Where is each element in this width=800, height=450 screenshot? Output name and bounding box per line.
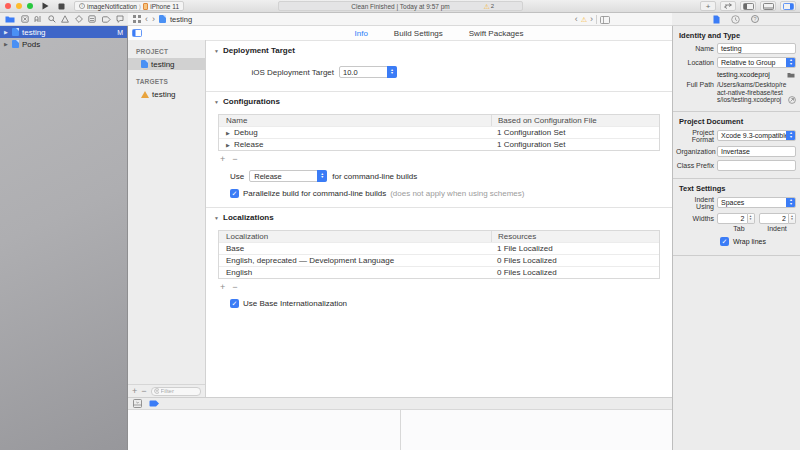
tab-report-navigator[interactable] xyxy=(116,15,124,23)
tab-issue-navigator[interactable] xyxy=(61,15,69,23)
close-button[interactable] xyxy=(5,3,11,9)
next-issue-button[interactable]: › xyxy=(590,15,593,24)
hide-sidebar-icon[interactable] xyxy=(132,29,142,37)
stop-button[interactable] xyxy=(58,3,65,10)
project-format-popup[interactable]: Xcode 9.3-compatible ▲▼ xyxy=(717,130,796,141)
base-internationalization-label: Use Base Internationalization xyxy=(243,299,347,308)
remove-localization-button[interactable]: − xyxy=(232,283,237,292)
disclosure-triangle-icon[interactable]: ▼ xyxy=(214,99,219,105)
tab-width-value[interactable]: 2 xyxy=(717,213,748,224)
add-target-button[interactable]: + xyxy=(132,387,137,396)
add-localization-button[interactable]: + xyxy=(220,283,225,292)
ios-deployment-target-combobox[interactable]: 10.0 ▲▼ xyxy=(339,66,397,78)
deployment-target-row: iOS Deployment Target 10.0 ▲▼ xyxy=(206,66,672,78)
tab-info[interactable]: Info xyxy=(355,29,368,38)
tab-file-inspector[interactable] xyxy=(713,15,720,24)
toggle-debug-area-button[interactable] xyxy=(760,1,776,11)
breakpoints-toggle-icon[interactable] xyxy=(149,400,160,407)
navigator-row-testing[interactable]: ▶ testing M xyxy=(0,26,127,38)
wrap-lines-checkbox[interactable]: ✓ xyxy=(720,237,729,246)
toggle-navigator-button[interactable] xyxy=(740,1,756,11)
inspector-panel-icon xyxy=(783,3,794,10)
info-pane-content: ▼ Deployment Target iOS Deployment Targe… xyxy=(206,40,672,397)
indent-width-stepper[interactable]: 2 ▲▼ xyxy=(759,213,797,224)
table-row-english[interactable]: English 0 Files Localized xyxy=(219,266,659,278)
zoom-button[interactable] xyxy=(27,3,33,9)
choose-location-folder-icon[interactable] xyxy=(787,72,795,78)
hide-debug-area-icon[interactable] xyxy=(133,399,142,408)
table-row-debug[interactable]: ▶ Debug 1 Configuration Set xyxy=(219,126,659,138)
back-button[interactable]: ‹ xyxy=(145,15,148,24)
tab-test-navigator[interactable] xyxy=(75,15,83,23)
issue-warning-icon[interactable]: ⚠ xyxy=(581,16,587,23)
organization-field[interactable]: Invertase xyxy=(717,146,796,157)
toggle-inspector-button[interactable] xyxy=(780,1,796,11)
remove-configuration-button[interactable]: − xyxy=(232,155,237,164)
command-line-configuration-popup[interactable]: Release ▲▼ xyxy=(249,170,327,182)
section-header[interactable]: ▼ Localizations xyxy=(206,208,672,226)
warning-count-badge[interactable]: ⚠ 2 xyxy=(483,3,494,10)
indent-using-popup[interactable]: Spaces ▲▼ xyxy=(717,197,796,208)
iphone-device-icon xyxy=(143,3,148,10)
table-row-base[interactable]: Base 1 File Localized xyxy=(219,242,659,254)
stepper-icon[interactable]: ▲▼ xyxy=(789,213,796,224)
tab-quick-help-inspector[interactable]: ? xyxy=(751,15,759,23)
navigator-item-label: Pods xyxy=(22,40,40,49)
table-row-release[interactable]: ▶ Release 1 Configuration Set xyxy=(219,138,659,150)
class-prefix-field[interactable] xyxy=(717,160,796,171)
navigator-row-pods[interactable]: ▶ Pods xyxy=(0,38,127,50)
previous-issue-button[interactable]: ‹ xyxy=(575,15,578,24)
section-header[interactable]: ▼ Deployment Target xyxy=(206,41,672,59)
run-button[interactable] xyxy=(42,2,49,10)
localization-resources: 0 Files Localized xyxy=(491,256,659,265)
related-items-icon[interactable] xyxy=(133,15,141,23)
disclosure-triangle-icon[interactable]: ▼ xyxy=(214,48,219,54)
location-popup[interactable]: Relative to Group ▲▼ xyxy=(717,57,796,68)
disclosure-triangle-icon[interactable]: ▶ xyxy=(4,41,9,47)
tab-breakpoint-navigator[interactable] xyxy=(102,16,111,23)
name-field[interactable]: testing xyxy=(717,43,796,54)
disclosure-triangle-icon[interactable]: ▼ xyxy=(214,215,219,221)
console-output[interactable] xyxy=(400,410,672,450)
scheme-separator: ⟩ xyxy=(139,3,141,10)
table-row-english-deprecated[interactable]: English, deprecated — Development Langua… xyxy=(219,254,659,266)
add-configuration-button[interactable]: + xyxy=(220,155,225,164)
width-column-labels: Tab Indent xyxy=(720,225,796,232)
indent-width-value[interactable]: 2 xyxy=(759,213,790,224)
tab-find-navigator[interactable] xyxy=(48,15,56,23)
tab-swift-packages[interactable]: Swift Packages xyxy=(469,29,524,38)
forward-button[interactable]: › xyxy=(152,15,155,24)
popup-value: Release xyxy=(254,172,282,181)
disclosure-triangle-icon[interactable]: ▶ xyxy=(226,142,231,148)
tab-symbol-navigator[interactable] xyxy=(34,15,42,23)
add-editor-button[interactable]: + xyxy=(700,1,716,11)
tab-width-stepper[interactable]: 2 ▲▼ xyxy=(717,213,755,224)
tab-build-settings[interactable]: Build Settings xyxy=(394,29,443,38)
sidebar-item-target-testing[interactable]: testing xyxy=(128,88,205,100)
scheme-selector[interactable]: i imageNotification ⟩ iPhone 11 xyxy=(74,1,184,11)
tab-history-inspector[interactable] xyxy=(731,15,740,24)
editor-options-icon[interactable] xyxy=(600,16,610,24)
tab-project-navigator[interactable] xyxy=(5,15,15,23)
localization-name: English, deprecated — Development Langua… xyxy=(219,256,491,265)
base-internationalization-checkbox[interactable]: ✓ xyxy=(230,299,239,308)
editor-arrows-button[interactable] xyxy=(720,1,736,11)
stepper-icon[interactable]: ▲▼ xyxy=(748,213,755,224)
jump-bar-file-label[interactable]: testing xyxy=(170,15,192,24)
popup-arrows-icon: ▲▼ xyxy=(786,130,796,141)
variables-view[interactable] xyxy=(128,410,400,450)
extension-target-icon: i xyxy=(79,3,85,9)
remove-target-button[interactable]: − xyxy=(141,387,146,396)
minimize-button[interactable] xyxy=(16,3,22,9)
tab-source-control-navigator[interactable] xyxy=(21,15,29,23)
sidebar-filter-field[interactable] xyxy=(151,387,201,396)
section-header[interactable]: ▼ Configurations xyxy=(206,92,672,110)
filter-input[interactable] xyxy=(161,388,198,394)
reveal-in-finder-button[interactable] xyxy=(788,96,796,104)
sidebar-item-project-testing[interactable]: testing xyxy=(128,58,205,70)
disclosure-triangle-icon[interactable]: ▶ xyxy=(4,29,9,35)
use-suffix-label: for command-line builds xyxy=(332,172,417,181)
parallelize-checkbox[interactable]: ✓ xyxy=(230,189,239,198)
tab-debug-navigator[interactable] xyxy=(88,15,96,23)
disclosure-triangle-icon[interactable]: ▶ xyxy=(226,130,231,136)
